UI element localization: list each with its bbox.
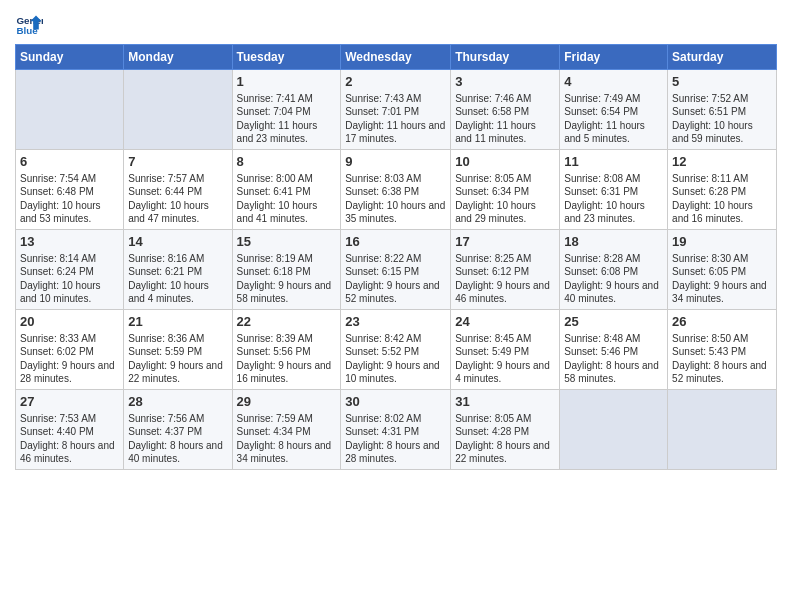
calendar-cell bbox=[16, 70, 124, 150]
col-header-thursday: Thursday bbox=[451, 45, 560, 70]
sunset-text: Sunset: 6:08 PM bbox=[564, 265, 663, 279]
calendar-cell: 21Sunrise: 8:36 AMSunset: 5:59 PMDayligh… bbox=[124, 310, 232, 390]
sunset-text: Sunset: 5:46 PM bbox=[564, 345, 663, 359]
sunrise-text: Sunrise: 8:45 AM bbox=[455, 332, 555, 346]
calendar-cell: 14Sunrise: 8:16 AMSunset: 6:21 PMDayligh… bbox=[124, 230, 232, 310]
daylight-text: Daylight: 9 hours and 4 minutes. bbox=[455, 359, 555, 386]
daylight-text: Daylight: 8 hours and 58 minutes. bbox=[564, 359, 663, 386]
day-number: 3 bbox=[455, 73, 555, 91]
sunrise-text: Sunrise: 7:41 AM bbox=[237, 92, 337, 106]
daylight-text: Daylight: 10 hours and 53 minutes. bbox=[20, 199, 119, 226]
calendar-cell: 25Sunrise: 8:48 AMSunset: 5:46 PMDayligh… bbox=[560, 310, 668, 390]
sunrise-text: Sunrise: 8:42 AM bbox=[345, 332, 446, 346]
calendar-week-4: 20Sunrise: 8:33 AMSunset: 6:02 PMDayligh… bbox=[16, 310, 777, 390]
logo: General Blue bbox=[15, 10, 47, 38]
calendar-week-3: 13Sunrise: 8:14 AMSunset: 6:24 PMDayligh… bbox=[16, 230, 777, 310]
sunset-text: Sunset: 6:28 PM bbox=[672, 185, 772, 199]
day-number: 25 bbox=[564, 313, 663, 331]
daylight-text: Daylight: 9 hours and 40 minutes. bbox=[564, 279, 663, 306]
sunrise-text: Sunrise: 8:28 AM bbox=[564, 252, 663, 266]
calendar-cell: 27Sunrise: 7:53 AMSunset: 4:40 PMDayligh… bbox=[16, 390, 124, 470]
sunrise-text: Sunrise: 8:03 AM bbox=[345, 172, 446, 186]
daylight-text: Daylight: 9 hours and 10 minutes. bbox=[345, 359, 446, 386]
calendar-cell: 30Sunrise: 8:02 AMSunset: 4:31 PMDayligh… bbox=[341, 390, 451, 470]
calendar-cell: 7Sunrise: 7:57 AMSunset: 6:44 PMDaylight… bbox=[124, 150, 232, 230]
sunset-text: Sunset: 6:38 PM bbox=[345, 185, 446, 199]
calendar-week-1: 1Sunrise: 7:41 AMSunset: 7:04 PMDaylight… bbox=[16, 70, 777, 150]
calendar-cell: 20Sunrise: 8:33 AMSunset: 6:02 PMDayligh… bbox=[16, 310, 124, 390]
sunset-text: Sunset: 7:01 PM bbox=[345, 105, 446, 119]
daylight-text: Daylight: 8 hours and 22 minutes. bbox=[455, 439, 555, 466]
sunrise-text: Sunrise: 8:25 AM bbox=[455, 252, 555, 266]
daylight-text: Daylight: 11 hours and 23 minutes. bbox=[237, 119, 337, 146]
sunset-text: Sunset: 6:24 PM bbox=[20, 265, 119, 279]
daylight-text: Daylight: 10 hours and 23 minutes. bbox=[564, 199, 663, 226]
daylight-text: Daylight: 9 hours and 22 minutes. bbox=[128, 359, 227, 386]
calendar-cell: 12Sunrise: 8:11 AMSunset: 6:28 PMDayligh… bbox=[668, 150, 777, 230]
sunrise-text: Sunrise: 8:05 AM bbox=[455, 412, 555, 426]
sunrise-text: Sunrise: 8:50 AM bbox=[672, 332, 772, 346]
calendar-cell bbox=[560, 390, 668, 470]
day-number: 12 bbox=[672, 153, 772, 171]
sunrise-text: Sunrise: 8:22 AM bbox=[345, 252, 446, 266]
day-number: 11 bbox=[564, 153, 663, 171]
day-number: 23 bbox=[345, 313, 446, 331]
sunset-text: Sunset: 7:04 PM bbox=[237, 105, 337, 119]
day-number: 4 bbox=[564, 73, 663, 91]
calendar-cell: 8Sunrise: 8:00 AMSunset: 6:41 PMDaylight… bbox=[232, 150, 341, 230]
day-number: 26 bbox=[672, 313, 772, 331]
calendar-cell: 3Sunrise: 7:46 AMSunset: 6:58 PMDaylight… bbox=[451, 70, 560, 150]
sunset-text: Sunset: 4:37 PM bbox=[128, 425, 227, 439]
sunset-text: Sunset: 6:02 PM bbox=[20, 345, 119, 359]
sunrise-text: Sunrise: 8:19 AM bbox=[237, 252, 337, 266]
sunset-text: Sunset: 6:31 PM bbox=[564, 185, 663, 199]
sunset-text: Sunset: 5:52 PM bbox=[345, 345, 446, 359]
calendar-cell: 4Sunrise: 7:49 AMSunset: 6:54 PMDaylight… bbox=[560, 70, 668, 150]
sunrise-text: Sunrise: 7:43 AM bbox=[345, 92, 446, 106]
daylight-text: Daylight: 8 hours and 46 minutes. bbox=[20, 439, 119, 466]
sunset-text: Sunset: 6:58 PM bbox=[455, 105, 555, 119]
calendar-cell: 1Sunrise: 7:41 AMSunset: 7:04 PMDaylight… bbox=[232, 70, 341, 150]
col-header-monday: Monday bbox=[124, 45, 232, 70]
sunrise-text: Sunrise: 8:39 AM bbox=[237, 332, 337, 346]
daylight-text: Daylight: 9 hours and 58 minutes. bbox=[237, 279, 337, 306]
daylight-text: Daylight: 11 hours and 5 minutes. bbox=[564, 119, 663, 146]
calendar-header: SundayMondayTuesdayWednesdayThursdayFrid… bbox=[16, 45, 777, 70]
calendar-cell: 6Sunrise: 7:54 AMSunset: 6:48 PMDaylight… bbox=[16, 150, 124, 230]
sunrise-text: Sunrise: 7:49 AM bbox=[564, 92, 663, 106]
sunset-text: Sunset: 6:05 PM bbox=[672, 265, 772, 279]
sunset-text: Sunset: 4:40 PM bbox=[20, 425, 119, 439]
daylight-text: Daylight: 10 hours and 16 minutes. bbox=[672, 199, 772, 226]
daylight-text: Daylight: 8 hours and 52 minutes. bbox=[672, 359, 772, 386]
calendar-week-2: 6Sunrise: 7:54 AMSunset: 6:48 PMDaylight… bbox=[16, 150, 777, 230]
day-number: 24 bbox=[455, 313, 555, 331]
calendar-cell: 11Sunrise: 8:08 AMSunset: 6:31 PMDayligh… bbox=[560, 150, 668, 230]
sunrise-text: Sunrise: 8:33 AM bbox=[20, 332, 119, 346]
calendar-cell: 16Sunrise: 8:22 AMSunset: 6:15 PMDayligh… bbox=[341, 230, 451, 310]
day-number: 29 bbox=[237, 393, 337, 411]
day-number: 22 bbox=[237, 313, 337, 331]
sunrise-text: Sunrise: 7:59 AM bbox=[237, 412, 337, 426]
day-number: 14 bbox=[128, 233, 227, 251]
sunrise-text: Sunrise: 8:14 AM bbox=[20, 252, 119, 266]
col-header-sunday: Sunday bbox=[16, 45, 124, 70]
calendar-cell: 15Sunrise: 8:19 AMSunset: 6:18 PMDayligh… bbox=[232, 230, 341, 310]
calendar-cell: 5Sunrise: 7:52 AMSunset: 6:51 PMDaylight… bbox=[668, 70, 777, 150]
sunrise-text: Sunrise: 7:56 AM bbox=[128, 412, 227, 426]
daylight-text: Daylight: 9 hours and 28 minutes. bbox=[20, 359, 119, 386]
sunset-text: Sunset: 6:21 PM bbox=[128, 265, 227, 279]
calendar-cell: 31Sunrise: 8:05 AMSunset: 4:28 PMDayligh… bbox=[451, 390, 560, 470]
day-number: 28 bbox=[128, 393, 227, 411]
calendar-cell: 17Sunrise: 8:25 AMSunset: 6:12 PMDayligh… bbox=[451, 230, 560, 310]
day-number: 2 bbox=[345, 73, 446, 91]
sunrise-text: Sunrise: 7:46 AM bbox=[455, 92, 555, 106]
day-number: 15 bbox=[237, 233, 337, 251]
calendar-cell: 18Sunrise: 8:28 AMSunset: 6:08 PMDayligh… bbox=[560, 230, 668, 310]
daylight-text: Daylight: 9 hours and 46 minutes. bbox=[455, 279, 555, 306]
sunrise-text: Sunrise: 8:36 AM bbox=[128, 332, 227, 346]
day-number: 20 bbox=[20, 313, 119, 331]
daylight-text: Daylight: 11 hours and 11 minutes. bbox=[455, 119, 555, 146]
calendar-cell: 13Sunrise: 8:14 AMSunset: 6:24 PMDayligh… bbox=[16, 230, 124, 310]
daylight-text: Daylight: 10 hours and 59 minutes. bbox=[672, 119, 772, 146]
col-header-tuesday: Tuesday bbox=[232, 45, 341, 70]
